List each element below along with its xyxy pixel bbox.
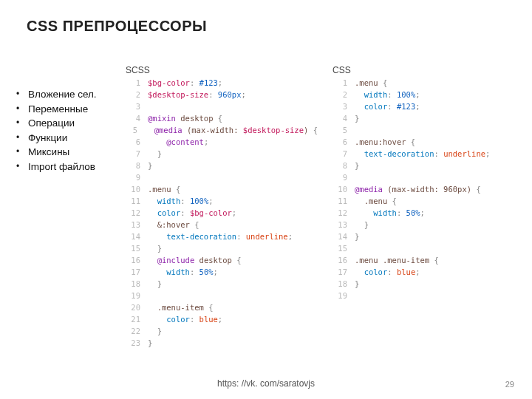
code-line: 15 bbox=[332, 244, 525, 256]
code-content: } bbox=[148, 338, 152, 347]
bullet-list: •Вложение сел. •Переменные •Операции •Фу… bbox=[13, 87, 97, 174]
line-number: 8 bbox=[126, 161, 140, 170]
code-line: 7 } bbox=[126, 149, 318, 161]
line-number: 16 bbox=[126, 256, 140, 265]
code-content: color: blue; bbox=[355, 267, 420, 276]
code-content: width: 100%; bbox=[148, 197, 214, 205]
code-content: @mixin desktop { bbox=[148, 114, 222, 123]
code-content: width: 50%; bbox=[148, 267, 218, 276]
code-line: 4} bbox=[332, 114, 525, 126]
list-item: •Переменные bbox=[13, 102, 97, 117]
line-number: 6 bbox=[126, 137, 140, 146]
code-content: } bbox=[148, 149, 162, 158]
bullet-text: Операции bbox=[28, 116, 75, 131]
line-number: 16 bbox=[332, 256, 347, 265]
list-item: •Вложение сел. bbox=[13, 87, 97, 102]
css-code-panel: CSS 1.menu {2 width: 100%;3 color: #123;… bbox=[332, 78, 525, 303]
code-line: 18 } bbox=[126, 279, 318, 291]
bullet-text: Миксины bbox=[28, 145, 69, 160]
code-content: } bbox=[355, 232, 359, 241]
code-content: } bbox=[148, 161, 152, 170]
code-content: width: 100%; bbox=[355, 90, 420, 99]
bullet-icon: • bbox=[13, 160, 22, 173]
bullet-text: Функции bbox=[28, 131, 67, 146]
line-number: 15 bbox=[332, 244, 347, 253]
code-line: 2$desktop-size: 960px; bbox=[126, 90, 318, 102]
code-line: 7 text-decoration: underline; bbox=[332, 149, 525, 161]
code-line: 8} bbox=[332, 161, 525, 173]
bullet-icon: • bbox=[13, 87, 22, 100]
list-item: •Функции bbox=[13, 131, 97, 146]
scss-code-lines: 1$bg-color: #123;2$desktop-size: 960px;3… bbox=[126, 78, 318, 350]
bullet-icon: • bbox=[13, 116, 22, 129]
code-line: 17 width: 50%; bbox=[126, 267, 318, 279]
code-content: } bbox=[148, 244, 162, 253]
footer-link: https: //vk. com/saratovjs bbox=[0, 378, 532, 389]
code-line: 19 bbox=[126, 291, 318, 303]
line-number: 5 bbox=[332, 126, 347, 134]
line-number: 23 bbox=[126, 338, 140, 347]
bullet-text: Переменные bbox=[28, 102, 88, 117]
line-number: 20 bbox=[126, 303, 140, 312]
code-content: text-decoration: underline; bbox=[355, 149, 490, 158]
code-line: 12 width: 50%; bbox=[332, 208, 525, 220]
line-number: 17 bbox=[126, 267, 140, 276]
code-content: } bbox=[355, 161, 359, 170]
code-line: 18} bbox=[332, 279, 525, 291]
code-line: 14 text-decoration: underline; bbox=[126, 232, 318, 244]
code-line: 1.menu { bbox=[332, 78, 525, 90]
page-number: 29 bbox=[505, 380, 514, 389]
code-line: 16 @include desktop { bbox=[126, 256, 318, 267]
list-item: •Import файлов bbox=[13, 160, 97, 174]
code-line: 21 color: blue; bbox=[126, 315, 318, 327]
code-content: &:hover { bbox=[148, 220, 200, 229]
code-line: 10@media (max-width: 960px) { bbox=[332, 185, 525, 197]
code-line: 20 .menu-item { bbox=[126, 303, 318, 315]
bullet-icon: • bbox=[13, 131, 22, 144]
page-title: CSS ПРЕПРОЦЕССОРЫ bbox=[27, 18, 207, 35]
code-line: 19 bbox=[332, 291, 525, 303]
code-content: text-decoration: underline; bbox=[148, 232, 293, 241]
line-number: 1 bbox=[126, 78, 140, 87]
list-item: •Миксины bbox=[13, 145, 97, 160]
line-number: 11 bbox=[126, 197, 140, 205]
line-number: 9 bbox=[126, 173, 140, 182]
slide: CSS ПРЕПРОЦЕССОРЫ •Вложение сел. •Переме… bbox=[0, 0, 532, 399]
code-line: 23} bbox=[126, 338, 318, 350]
code-content: $bg-color: #123; bbox=[148, 78, 222, 87]
line-number: 18 bbox=[332, 279, 347, 288]
line-number: 7 bbox=[126, 149, 140, 158]
code-content: @media (max-width: 960px) { bbox=[355, 185, 481, 194]
scss-code-panel: SCSS 1$bg-color: #123;2$desktop-size: 96… bbox=[126, 78, 318, 350]
code-line: 2 width: 100%; bbox=[332, 90, 525, 102]
line-number: 18 bbox=[126, 279, 140, 288]
code-line: 3 color: #123; bbox=[332, 102, 525, 114]
code-content: .menu { bbox=[148, 185, 180, 194]
code-content: @content; bbox=[148, 137, 208, 146]
code-line: 12 color: $bg-color; bbox=[126, 208, 318, 220]
code-line: 22 } bbox=[126, 327, 318, 338]
css-code-lines: 1.menu {2 width: 100%;3 color: #123;4}56… bbox=[332, 78, 525, 303]
code-content: $desktop-size: 960px; bbox=[148, 90, 246, 99]
line-number: 10 bbox=[332, 185, 347, 194]
code-line: 4@mixin desktop { bbox=[126, 114, 318, 126]
code-content: color: #123; bbox=[355, 102, 420, 111]
code-line: 5 @media (max-width: $desktop-size) { bbox=[126, 126, 318, 137]
line-number: 3 bbox=[126, 102, 140, 111]
line-number: 10 bbox=[126, 185, 140, 194]
list-item: •Операции bbox=[13, 116, 97, 131]
code-content: width: 50%; bbox=[355, 208, 425, 217]
code-content: @include desktop { bbox=[148, 256, 241, 265]
line-number: 9 bbox=[332, 173, 347, 182]
code-line: 16.menu .menu-item { bbox=[332, 256, 525, 267]
line-number: 8 bbox=[332, 161, 347, 170]
code-line: 9 bbox=[332, 173, 525, 185]
code-content: .menu-item { bbox=[148, 303, 214, 312]
line-number: 7 bbox=[332, 149, 347, 158]
code-content: .menu { bbox=[355, 78, 387, 87]
line-number: 19 bbox=[126, 291, 140, 300]
code-line: 8} bbox=[126, 161, 318, 173]
code-content: } bbox=[355, 279, 359, 288]
code-line: 17 color: blue; bbox=[332, 267, 525, 279]
code-content: color: blue; bbox=[148, 315, 222, 324]
